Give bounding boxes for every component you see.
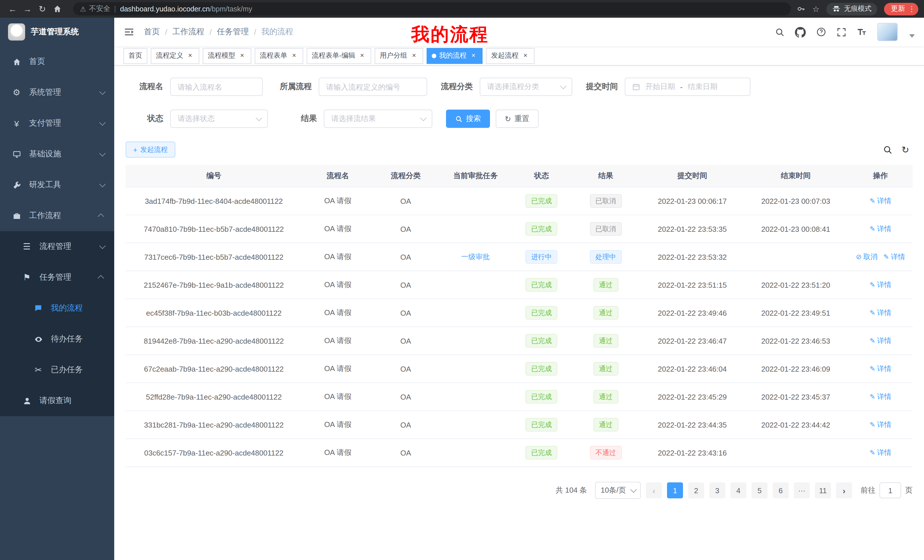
process-name-input[interactable] — [170, 78, 263, 96]
url-path: /bpm/task/my — [210, 5, 252, 13]
page-size-select[interactable]: 10条/页 — [595, 482, 641, 499]
filter-group-result: 结果 请选择流结果 — [282, 109, 432, 128]
detail-link[interactable]: ✎详情 — [870, 336, 891, 346]
sidebar-item-my-process[interactable]: 我的流程 — [0, 293, 114, 324]
sidebar-item-task-mgmt[interactable]: ⚑任务管理 — [0, 262, 114, 293]
sidebar-item-payment[interactable]: ¥支付管理 — [0, 108, 114, 139]
status-select[interactable]: 请选择状态 — [170, 109, 268, 128]
cancel-link[interactable]: ⊘取消 — [856, 252, 878, 262]
home-icon[interactable] — [50, 2, 64, 16]
cell-status: 已完成 — [513, 383, 570, 411]
page-button[interactable]: 3 — [709, 482, 725, 499]
chevron-down-icon[interactable] — [909, 34, 915, 38]
sidebar-item-process-mgmt[interactable]: ☰流程管理 — [0, 231, 114, 262]
breadcrumb-item[interactable]: 工作流程 — [172, 27, 204, 37]
kebab-menu-icon[interactable]: ⋮ — [908, 4, 915, 13]
table-row: 7317cec6-7b9b-11ec-b5b7-acde48001122OA 请… — [126, 243, 913, 271]
back-icon[interactable]: ← — [6, 2, 20, 16]
page-button[interactable]: 2 — [688, 482, 704, 499]
page-button[interactable]: 1 — [667, 482, 683, 499]
process-def-input[interactable] — [319, 78, 427, 96]
app-logo-row[interactable]: 芋道管理系统 — [0, 18, 114, 46]
user-avatar[interactable] — [877, 23, 898, 41]
star-icon[interactable]: ☆ — [812, 4, 819, 13]
close-icon[interactable]: × — [410, 52, 418, 60]
address-bar[interactable]: ⚠ 不安全 dashboard.yudao.iocoder.cn/bpm/tas… — [73, 2, 791, 15]
close-icon[interactable]: × — [238, 52, 246, 60]
category-select[interactable]: 请选择流程分类 — [480, 78, 572, 96]
prev-page-button[interactable]: ‹ — [646, 482, 662, 499]
create-process-button[interactable]: + 发起流程 — [126, 142, 175, 157]
detail-link[interactable]: ✎详情 — [870, 280, 891, 290]
key-icon[interactable] — [797, 4, 806, 13]
sidebar-item-infrastructure[interactable]: 基础设施 — [0, 139, 114, 169]
hamburger-menu-icon[interactable] — [123, 26, 135, 38]
detail-link[interactable]: ✎详情 — [870, 448, 891, 458]
tab-process-form[interactable]: 流程表单× — [255, 48, 303, 64]
chevron-down-icon — [99, 181, 106, 187]
tab-start-process[interactable]: 发起流程× — [486, 48, 534, 64]
detail-link[interactable]: ✎详情 — [870, 392, 891, 401]
page-button[interactable]: 4 — [730, 482, 746, 499]
reset-button[interactable]: ↻ 重置 — [496, 109, 538, 128]
tab-home[interactable]: 首页 — [123, 48, 147, 64]
status-badge: 已完成 — [526, 222, 558, 236]
detail-link[interactable]: ✎详情 — [870, 364, 891, 374]
cancel-icon: ⊘ — [856, 253, 861, 261]
page-more-button[interactable]: ··· — [794, 482, 810, 499]
security-chip[interactable]: ⚠ 不安全 — [80, 4, 111, 14]
incognito-badge: 无痕模式 — [826, 3, 877, 15]
tab-user-group[interactable]: 用户分组× — [375, 48, 423, 64]
help-icon[interactable] — [816, 27, 826, 37]
app-logo — [8, 23, 25, 40]
goto-page-input[interactable] — [879, 482, 901, 499]
next-page-button[interactable]: › — [836, 482, 852, 499]
sidebar-item-workflow[interactable]: 工作流程 — [0, 201, 114, 231]
sidebar-item-home[interactable]: 首页 — [0, 46, 114, 77]
pagination-total: 共 104 条 — [556, 485, 587, 496]
detail-link[interactable]: ✎详情 — [870, 224, 891, 234]
search-tool-button[interactable] — [883, 145, 892, 154]
breadcrumb-item[interactable]: 任务管理 — [217, 27, 249, 37]
detail-link[interactable]: ✎详情 — [870, 420, 891, 430]
close-icon[interactable]: × — [186, 52, 194, 60]
page-button[interactable]: 6 — [772, 482, 789, 499]
sidebar-item-leave-query[interactable]: 请假查询 — [0, 385, 114, 416]
tab-process-definition[interactable]: 流程定义× — [151, 48, 199, 64]
tab-process-model[interactable]: 流程模型× — [203, 48, 251, 64]
github-icon[interactable] — [795, 27, 806, 37]
close-icon[interactable]: × — [290, 52, 298, 60]
range-separator: - — [680, 82, 683, 91]
tab-process-form-edit[interactable]: 流程表单-编辑× — [307, 48, 371, 64]
page-button[interactable]: 5 — [752, 482, 768, 499]
search-button[interactable]: 搜索 — [446, 109, 490, 128]
sidebar-item-todo-task[interactable]: 待办任务 — [0, 324, 114, 355]
sidebar-item-system[interactable]: ⚙系统管理 — [0, 77, 114, 108]
refresh-tool-button[interactable]: ↻ — [902, 144, 909, 155]
font-size-icon[interactable] — [856, 27, 867, 37]
cell-result: 通过 — [570, 271, 642, 299]
close-icon[interactable]: × — [521, 52, 530, 60]
tab-my-process[interactable]: 我的流程× — [427, 48, 483, 64]
breadcrumb-separator: / — [165, 27, 167, 36]
detail-link[interactable]: ✎详情 — [870, 308, 891, 318]
detail-label: 详情 — [877, 336, 891, 346]
close-icon[interactable]: × — [358, 52, 366, 60]
sidebar-item-devtools[interactable]: 研发工具 — [0, 169, 114, 201]
fullscreen-icon[interactable] — [837, 27, 846, 37]
update-button[interactable]: 更新⋮ — [884, 3, 918, 15]
result-select[interactable]: 请选择流结果 — [324, 109, 432, 128]
search-icon[interactable] — [775, 27, 784, 37]
pagination: 共 104 条10条/页‹123456···11›前往页 — [126, 482, 913, 499]
forward-icon[interactable]: → — [21, 2, 34, 16]
breadcrumb-item[interactable]: 首页 — [144, 27, 160, 37]
sidebar-item-done-task[interactable]: ✂已办任务 — [0, 355, 114, 385]
current-task-link[interactable]: 一级审批 — [461, 252, 490, 262]
reload-icon[interactable]: ↻ — [35, 2, 49, 16]
detail-link[interactable]: ✎详情 — [884, 252, 905, 262]
close-icon[interactable]: × — [470, 52, 477, 60]
column-header: 提交时间 — [642, 165, 743, 187]
submit-time-range[interactable]: 开始日期 - 结束日期 — [625, 78, 750, 96]
detail-link[interactable]: ✎详情 — [870, 196, 891, 206]
page-button[interactable]: 11 — [815, 482, 831, 499]
